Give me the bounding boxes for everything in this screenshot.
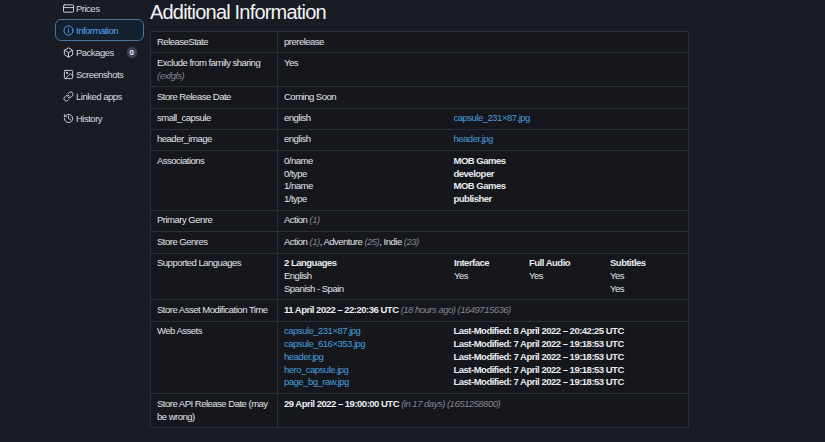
- value-text: 0/type: [284, 168, 307, 179]
- value-line: 29 April 2022 – 19:00:00 UTC (in 17 days…: [284, 398, 682, 411]
- value-muted: (1651258800): [445, 398, 500, 409]
- sidebar-item-history[interactable]: History: [55, 107, 144, 129]
- row-label-text: small_capsule: [157, 112, 211, 123]
- value-line: MOB Games: [454, 180, 683, 193]
- row-value: 2 LanguagesInterfaceFull AudioSubtitlesE…: [278, 253, 689, 300]
- value-bold: publisher: [454, 193, 492, 204]
- value-line: 0/type: [284, 168, 442, 181]
- languages-value: Yes: [454, 270, 468, 281]
- row-value-detail: Last-Modified: 8 April 2022 – 20:42:25 U…: [448, 321, 689, 393]
- screenshots-icon: [63, 69, 74, 80]
- prices-icon: [63, 3, 74, 14]
- languages-cell: Yes: [604, 283, 688, 296]
- row-value: 29 April 2022 – 19:00:00 UTC (in 17 days…: [278, 394, 689, 428]
- row-label-text: Associations: [157, 155, 204, 166]
- table-row: ReleaseStateprerelease: [151, 32, 689, 53]
- row-value: Action (1), Adventure (25), Indie (23): [278, 232, 689, 253]
- table-row: Store GenresAction (1), Adventure (25), …: [151, 232, 689, 253]
- value-line: english: [284, 112, 442, 125]
- value-line: page_bg_raw.jpg: [284, 376, 442, 389]
- row-label-text: Supported Languages: [157, 257, 241, 268]
- asset-link[interactable]: header.jpg: [454, 133, 493, 144]
- row-value-key: english: [278, 129, 448, 150]
- sidebar-item-screenshots[interactable]: Screenshots: [55, 63, 144, 85]
- row-value: Yes: [278, 53, 689, 87]
- row-label: Supported Languages: [151, 253, 278, 300]
- row-value: Coming Soon: [278, 87, 689, 108]
- table-row: Associations0/name0/type1/name1/typeMOB …: [151, 151, 689, 211]
- value-bold: Last-Modified: 7 April 2022 – 19:18:53 U…: [454, 351, 624, 362]
- sidebar-item-label: Linked apps: [76, 91, 122, 102]
- languages-row: EnglishYesYesYes: [278, 270, 688, 283]
- languages-value: Yes: [529, 270, 543, 281]
- languages-header: Interface: [454, 257, 489, 268]
- value-text: , Indie: [379, 236, 404, 247]
- row-value-detail: capsule_231×87.jpg: [448, 108, 689, 129]
- value-line: Last-Modified: 7 April 2022 – 19:18:53 U…: [454, 351, 683, 364]
- value-muted: (23): [404, 236, 419, 247]
- languages-cell: Yes: [604, 270, 688, 283]
- languages-cell: English: [278, 270, 448, 283]
- languages-cell: Yes: [448, 270, 523, 283]
- sidebar-item-prices[interactable]: Prices: [55, 0, 144, 19]
- asset-link[interactable]: hero_capsule.jpg: [284, 364, 348, 375]
- value-bold: Last-Modified: 8 April 2022 – 20:42:25 U…: [454, 325, 624, 336]
- row-label: Web Assets: [151, 321, 278, 393]
- sidebar-item-label: Screenshots: [76, 69, 123, 80]
- value-line: english: [284, 133, 442, 146]
- value-line: capsule_231×87.jpg: [284, 325, 442, 338]
- value-text: Action: [284, 236, 310, 247]
- row-value: Action (1): [278, 210, 689, 231]
- row-label-text: Store Release Date: [157, 91, 231, 102]
- info-table-body: ReleaseStateprereleaseExclude from famil…: [151, 32, 689, 428]
- row-label: Store Genres: [151, 232, 278, 253]
- value-bold: Last-Modified: 7 April 2022 – 19:18:53 U…: [454, 338, 624, 349]
- sidebar-item-linked-apps[interactable]: Linked apps: [55, 85, 144, 107]
- value-line: Last-Modified: 7 April 2022 – 19:18:53 U…: [454, 338, 683, 351]
- languages-table: 2 LanguagesInterfaceFull AudioSubtitlesE…: [278, 257, 688, 295]
- asset-link[interactable]: capsule_231×87.jpg: [284, 325, 360, 336]
- value-muted: (1): [310, 214, 320, 225]
- asset-link[interactable]: page_bg_raw.jpg: [284, 376, 349, 387]
- value-bold: MOB Games: [454, 155, 506, 166]
- sidebar-item-label: Information: [76, 25, 118, 36]
- row-value-key: capsule_231×87.jpgcapsule_616×353.jpghea…: [278, 321, 448, 393]
- row-label: Primary Genre: [151, 210, 278, 231]
- row-label-text: ReleaseState: [157, 36, 208, 47]
- value-text: Yes: [284, 57, 298, 68]
- value-text: , Adventure: [320, 236, 365, 247]
- sidebar-item-packages[interactable]: Packages0: [55, 41, 144, 63]
- table-row: Primary GenreAction (1): [151, 210, 689, 231]
- value-line: Coming Soon: [284, 91, 682, 104]
- value-line: Last-Modified: 7 April 2022 – 19:18:53 U…: [454, 376, 683, 389]
- value-line: Action (1): [284, 214, 682, 227]
- value-line: Last-Modified: 8 April 2022 – 20:42:25 U…: [454, 325, 683, 338]
- languages-cell: [448, 283, 523, 296]
- row-label: Store Asset Modification Time: [151, 300, 278, 321]
- information-icon: [63, 25, 74, 36]
- table-row: Store API Release Date (may be wrong)29 …: [151, 394, 689, 428]
- value-bold: MOB Games: [454, 180, 506, 191]
- value-line: capsule_231×87.jpg: [454, 112, 683, 125]
- value-muted: (1649715636): [455, 304, 510, 315]
- row-label-text: Store Asset Modification Time: [157, 304, 268, 315]
- value-text: 1/type: [284, 193, 307, 204]
- row-label-text: Web Assets: [157, 325, 202, 336]
- languages-value: Spanish - Spain: [284, 283, 344, 294]
- asset-link[interactable]: capsule_231×87.jpg: [454, 112, 530, 123]
- packages-icon: [63, 47, 74, 58]
- languages-cell: Spanish - Spain: [278, 283, 448, 296]
- languages-header: Full Audio: [529, 257, 570, 268]
- asset-link[interactable]: capsule_616×353.jpg: [284, 338, 365, 349]
- row-label: header_image: [151, 129, 278, 150]
- row-value-key: 0/name0/type1/name1/type: [278, 151, 448, 211]
- asset-link[interactable]: header.jpg: [284, 351, 323, 362]
- packages-count-badge: 0: [127, 47, 137, 58]
- page-title: Additional Information: [150, 0, 710, 24]
- value-bold: 11 April 2022 – 22:20:36 UTC: [284, 304, 399, 315]
- table-row: Store Release DateComing Soon: [151, 87, 689, 108]
- value-bold: developer: [454, 168, 494, 179]
- linked-apps-icon: [63, 91, 74, 102]
- languages-cell: 2 Languages: [278, 257, 448, 270]
- sidebar-item-information[interactable]: Information: [55, 19, 144, 41]
